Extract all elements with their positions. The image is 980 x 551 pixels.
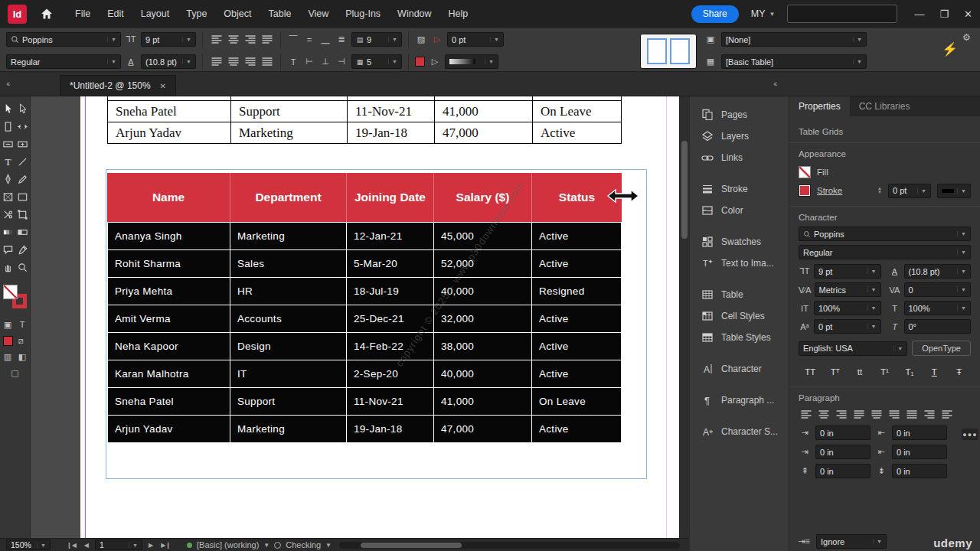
- zoom-tool[interactable]: [15, 259, 30, 276]
- minimize-button[interactable]: —: [914, 8, 924, 20]
- panel-table[interactable]: Table: [701, 284, 789, 305]
- tab-properties[interactable]: Properties: [789, 96, 850, 116]
- table-cell[interactable]: 12-Jan-21: [347, 223, 434, 249]
- char-font-style-select[interactable]: Regular▼: [799, 245, 971, 259]
- table-cell[interactable]: 5-Mar-20: [347, 250, 434, 277]
- object-style-select[interactable]: [None]▼: [721, 32, 867, 47]
- char-leading-field[interactable]: (10.8 pt)▼: [904, 264, 972, 279]
- align-right-button[interactable]: [834, 407, 848, 421]
- table-cell[interactable]: Sales: [230, 250, 347, 277]
- panel-paragraph[interactable]: ¶Paragraph ...: [701, 390, 789, 411]
- table-cell[interactable]: Sneha Patel: [107, 101, 230, 122]
- panel-links[interactable]: Links: [701, 147, 789, 168]
- table-cell[interactable]: Support: [230, 101, 347, 122]
- panel-cell-styles[interactable]: Cell Styles: [701, 305, 789, 327]
- table-cell[interactable]: IT: [230, 360, 347, 387]
- formatting-affects-text-button[interactable]: T: [16, 318, 28, 331]
- table-cell[interactable]: 11-Nov-21: [347, 388, 434, 415]
- table-cell[interactable]: 52,000: [434, 250, 532, 277]
- char-size-field[interactable]: 9 pt▼: [814, 264, 881, 279]
- line-tool[interactable]: [15, 153, 30, 171]
- apply-color-button[interactable]: [3, 336, 13, 346]
- table-cell[interactable]: 19-Jan-18: [347, 122, 434, 143]
- table-row[interactable]: Sneha PatelSupport11-Nov-2141,000On Leav…: [107, 101, 622, 122]
- stroke-color-swatch[interactable]: [799, 184, 811, 197]
- last-page-button[interactable]: ▶❙: [159, 542, 172, 549]
- last-line-indent-field[interactable]: 0 in: [892, 445, 947, 459]
- stroke-weight-field[interactable]: 0 pt▼: [888, 184, 931, 198]
- live-check-label[interactable]: Checking: [286, 540, 321, 549]
- align-center-button[interactable]: [816, 407, 831, 421]
- lowercase-button[interactable]: tt: [848, 364, 871, 380]
- table-cell[interactable]: 2-Sep-20: [347, 360, 434, 387]
- close-button[interactable]: ✕: [964, 8, 972, 20]
- table-cell[interactable]: Priya Mehta: [107, 278, 230, 305]
- vertical-scrollbar[interactable]: [679, 96, 689, 551]
- char-kerning-field[interactable]: Metrics▼: [815, 282, 881, 297]
- table-cell[interactable]: Active: [532, 223, 622, 249]
- align-right-button[interactable]: [243, 33, 257, 47]
- table-cell[interactable]: 40,000: [434, 360, 532, 387]
- table-cell[interactable]: 47,000: [434, 122, 532, 143]
- table-cell[interactable]: 18-Jul-19: [347, 278, 434, 305]
- rectangle-frame-tool[interactable]: [1, 188, 15, 206]
- table-cell[interactable]: Marketing: [230, 223, 347, 249]
- table-cell[interactable]: HR: [230, 278, 347, 305]
- font-size-select[interactable]: 9 pt▼: [141, 32, 196, 47]
- char-font-family-select[interactable]: Poppins▼: [799, 227, 971, 241]
- stroke-weight-stepper[interactable]: ▲▼: [877, 187, 882, 194]
- table-cell[interactable]: 45,000: [434, 223, 532, 249]
- eyedropper-tool[interactable]: [15, 241, 30, 259]
- vertical-scrollbar-thumb[interactable]: [681, 141, 688, 239]
- table-cell[interactable]: Amit Verma: [107, 305, 230, 332]
- formatting-affects-container-button[interactable]: ▣: [2, 318, 14, 331]
- table-row[interactable]: Neha KapoorDesign14-Feb-2238,000Active: [107, 333, 622, 360]
- pen-tool[interactable]: [1, 171, 15, 188]
- menu-layout[interactable]: Layout: [132, 0, 178, 28]
- char-skew-field[interactable]: 0°: [904, 319, 972, 334]
- apply-gradient-button[interactable]: ▥: [2, 350, 14, 364]
- panel-table-styles[interactable]: Table Styles: [701, 327, 789, 348]
- header-cell-department[interactable]: Department: [230, 173, 347, 222]
- pencil-tool[interactable]: [15, 171, 30, 188]
- menu-object[interactable]: Object: [215, 0, 260, 28]
- justify-left-button[interactable]: [209, 55, 224, 69]
- right-indent-field[interactable]: 0 in: [892, 425, 947, 440]
- small-caps-button[interactable]: Tᵀ: [823, 364, 846, 380]
- table-cell[interactable]: Arjun Yadav: [107, 416, 230, 442]
- table-cell[interactable]: Active: [532, 416, 622, 442]
- preflight-profile[interactable]: [Basic] (working): [197, 540, 259, 549]
- align-left-button[interactable]: [799, 407, 813, 421]
- justify-all-button[interactable]: [260, 55, 274, 69]
- page-number-select[interactable]: 1▼: [95, 540, 142, 550]
- free-transform-tool[interactable]: [15, 206, 30, 223]
- table-cell[interactable]: Active: [532, 122, 622, 143]
- all-caps-button[interactable]: TT: [799, 364, 822, 380]
- styled-table[interactable]: NameDepartmentJoining DateSalary ($)Stat…: [107, 173, 622, 443]
- table-row[interactable]: Amit VermaAccounts25-Dec-2132,000Active: [107, 305, 622, 333]
- table-cell[interactable]: 14-Feb-22: [347, 333, 434, 360]
- align-bottom-icon[interactable]: ⎽: [319, 33, 332, 47]
- justify-vertically-icon[interactable]: ≣: [335, 33, 348, 47]
- fill-color-swatch[interactable]: [799, 166, 811, 178]
- table-cell[interactable]: Active: [532, 250, 622, 277]
- table-cell[interactable]: On Leave: [532, 101, 622, 122]
- note-tool[interactable]: [1, 241, 15, 259]
- table-row[interactable]: Arjun YadavMarketing19-Jan-1847,000Activ…: [107, 416, 622, 443]
- restore-button[interactable]: ❐: [939, 8, 949, 20]
- strikethrough-button[interactable]: Ŧ: [948, 364, 971, 380]
- chevron-down-icon[interactable]: ▼: [263, 542, 270, 549]
- rotate-90-icon[interactable]: ⊢: [303, 55, 315, 69]
- table-cell[interactable]: Sneha Patel: [107, 388, 230, 415]
- page-tool[interactable]: [1, 118, 15, 135]
- superscript-button[interactable]: T¹: [873, 364, 896, 380]
- menu-help[interactable]: Help: [440, 0, 477, 28]
- next-page-button[interactable]: ▶: [147, 542, 155, 549]
- font-family-select[interactable]: Poppins▼: [6, 32, 121, 47]
- underline-button[interactable]: T: [923, 364, 946, 380]
- table-row[interactable]: Priya MehtaHR18-Jul-1940,000Resigned: [107, 278, 622, 305]
- table-cell[interactable]: Resigned: [532, 278, 622, 305]
- apply-fill-icon[interactable]: ▷: [429, 55, 441, 69]
- table-cell[interactable]: Active: [532, 360, 622, 387]
- language-select[interactable]: English: USA▼: [799, 341, 907, 356]
